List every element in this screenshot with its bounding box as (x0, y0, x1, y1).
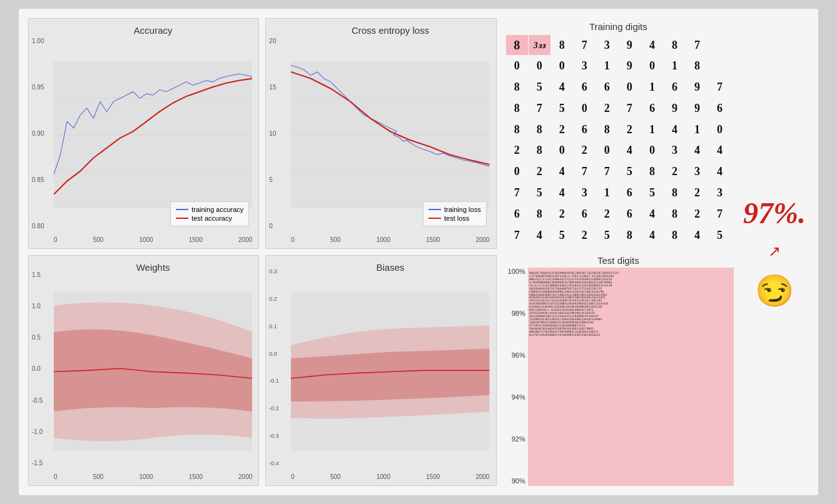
digit-cell (709, 35, 731, 55)
digit-cell: 7 (709, 204, 731, 224)
digit-cell: 2 (596, 204, 618, 224)
cross-entropy-y-axis: 20 15 10 5 0 (269, 38, 276, 229)
training-loss-line-icon (429, 209, 441, 210)
digit-cell: 5 (709, 225, 731, 245)
training-digits-panel: Training digits 8 3₃₃ 8 7 3 9 4 8 7 0 0 … (503, 18, 734, 249)
digit-cell: 8 (664, 225, 686, 245)
digit-cell: 1 (641, 119, 663, 139)
digit-cell: 2 (619, 119, 641, 139)
cross-entropy-legend-training: training loss (429, 206, 481, 213)
digit-cell: 6 (641, 98, 663, 118)
digit-cell: 2 (529, 162, 550, 182)
weights-y-axis: 1.5 1.0 0.5 0.0 -0.5 -1.0 -1.5 (32, 271, 43, 466)
digit-cell: 7 (506, 183, 528, 203)
test-digits-text: 466391702024131302404639761/603167-62701… (528, 268, 734, 486)
accuracy-legend: training accuracy test accuracy (170, 201, 249, 226)
digit-cell: 2 (551, 119, 573, 139)
digit-cell: 3₃₃ (529, 35, 550, 55)
emoji-icon: 😏 (755, 273, 794, 309)
digit-cell: 4 (709, 141, 731, 161)
digit-cell: 8 (641, 162, 663, 182)
biases-y-axis: 0.3 0.2 0.1 0.0 -0.1 -0.2 -0.3 -0.4 (269, 268, 279, 466)
digit-cell: 9 (619, 35, 641, 55)
digit-cell: 1 (596, 56, 618, 76)
digit-cell: 3 (596, 35, 618, 55)
digit-cell: 7 (506, 225, 528, 245)
test-digits-title: Test digits (503, 255, 734, 266)
digit-cell: 4 (641, 225, 663, 245)
digit-cell: 0 (551, 56, 573, 76)
digit-cell: 8 (551, 35, 573, 55)
digit-cell: 4 (686, 141, 708, 161)
test-digits-y-axis: 100% 98% 96% 94% 92% 90% (503, 268, 528, 486)
digit-cell: 0 (529, 56, 550, 76)
digit-cell: 7 (574, 35, 596, 55)
digit-cell: 6 (574, 119, 596, 139)
digit-cell: 7 (529, 98, 550, 118)
accuracy-chart-title: Accuracy (54, 25, 252, 36)
digit-cell: 4 (686, 225, 708, 245)
digit-cell: 6 (574, 78, 596, 98)
digit-cell: 5 (529, 183, 550, 203)
accuracy-legend-test: test accuracy (176, 214, 243, 222)
digit-cell: 3 (709, 183, 731, 203)
biases-svg (291, 276, 489, 468)
training-digits-grid: 8 3₃₃ 8 7 3 9 4 8 7 0 0 0 3 1 9 0 1 8 8 … (506, 35, 731, 246)
cross-entropy-legend: training loss test loss (423, 201, 487, 226)
digit-cell: 2 (596, 98, 618, 118)
accuracy-legend-training: training accuracy (176, 206, 243, 213)
digit-cell: 3 (686, 162, 708, 182)
weights-svg (54, 276, 252, 468)
digit-cell: 9 (664, 98, 686, 118)
digit-cell: 0 (506, 56, 528, 76)
digit-cell: 8 (506, 119, 528, 139)
digit-cell: 8 (529, 204, 550, 224)
digit-cell: 6 (619, 183, 641, 203)
biases-chart-title: Biases (291, 262, 489, 273)
cross-entropy-x-axis: 0 500 1000 1500 2000 (291, 236, 489, 243)
main-container: Accuracy 1.00 0.95 0.90 0.85 0.80 0 500 … (18, 8, 819, 496)
digit-cell: 6 (619, 204, 641, 224)
digit-cell: 6 (709, 98, 731, 118)
digit-cell: 5 (596, 225, 618, 245)
cross-entropy-legend-test: test loss (429, 214, 481, 222)
digit-cell: 8 (619, 225, 641, 245)
test-line-icon (176, 218, 188, 219)
digit-cell: 4 (664, 119, 686, 139)
digit-cell: 5 (529, 78, 550, 98)
digit-cell: 5 (551, 225, 573, 245)
weights-chart-title: Weights (54, 262, 252, 273)
accuracy-x-axis: 0 500 1000 1500 2000 (54, 236, 252, 243)
accuracy-chart-panel: Accuracy 1.00 0.95 0.90 0.85 0.80 0 500 … (28, 18, 259, 249)
digit-cell: 0 (641, 56, 663, 76)
digit-cell: 7 (686, 35, 708, 55)
digit-cell: 4 (529, 225, 550, 245)
digit-cell: 0 (641, 141, 663, 161)
digit-cell: 6 (596, 78, 618, 98)
digit-cell: 4 (641, 204, 663, 224)
digit-cell: 8 (506, 98, 528, 118)
digit-cell: 7 (619, 98, 641, 118)
digit-cell: 2 (686, 183, 708, 203)
digit-cell: 0 (596, 141, 618, 161)
digit-cell: 2 (506, 141, 528, 161)
digit-cell: 6 (664, 78, 686, 98)
digit-cell: 1 (641, 78, 663, 98)
digit-cell: 8 (686, 56, 708, 76)
accuracy-y-axis: 1.00 0.95 0.90 0.85 0.80 (32, 38, 44, 229)
training-line-icon (176, 209, 188, 210)
test-loss-line-icon (429, 218, 441, 219)
digit-cell: 0 (619, 78, 641, 98)
digit-cell: 4 (641, 35, 663, 55)
digit-cell: 4 (619, 141, 641, 161)
test-digits-image-area: 466391702024131302404639761/603167-62701… (528, 268, 734, 486)
digit-cell: 7 (596, 162, 618, 182)
checkmark-icon: ↗ (768, 243, 781, 260)
digit-cell: 8 (506, 78, 528, 98)
digit-cell: 1 (596, 183, 618, 203)
digit-cell: 0 (551, 141, 573, 161)
digit-cell: 6 (574, 204, 596, 224)
digit-cell: 9 (686, 78, 708, 98)
cross-entropy-chart-panel: Cross entropy loss 20 15 10 5 0 0 500 10… (265, 18, 496, 249)
test-digits-chart-area: 100% 98% 96% 94% 92% 90% 466391702024131… (503, 268, 734, 486)
